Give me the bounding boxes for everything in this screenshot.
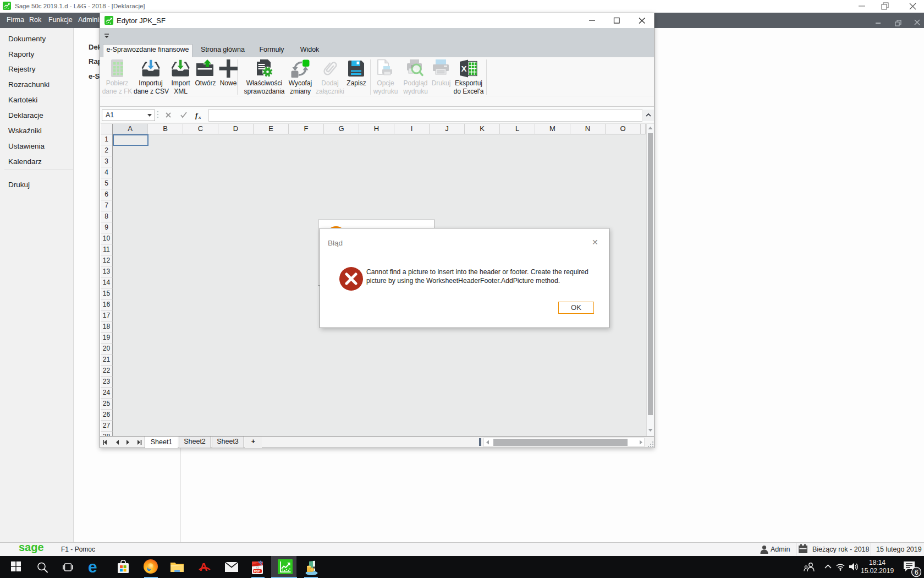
svg-text:E: E xyxy=(411,64,414,69)
svg-text:PDF: PDF xyxy=(254,570,261,573)
svg-text:x: x xyxy=(198,114,201,120)
svg-text:X: X xyxy=(461,64,467,73)
svg-text:6: 6 xyxy=(915,569,919,576)
